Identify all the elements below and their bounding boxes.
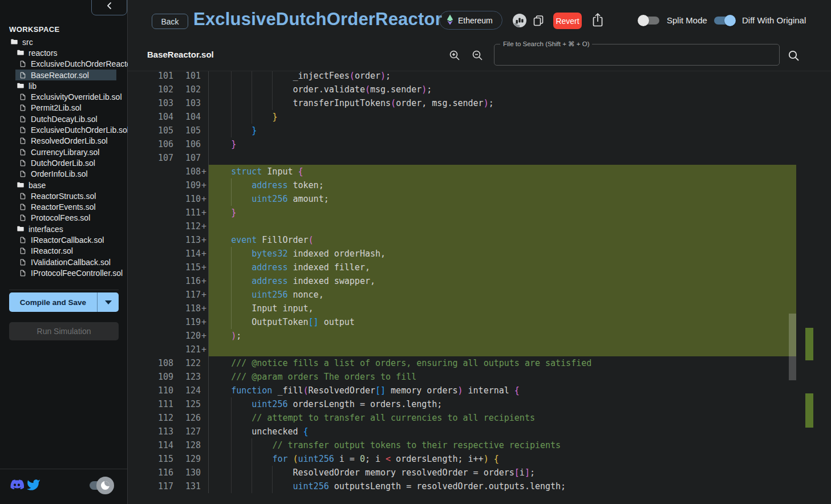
new-line-number: 103 <box>173 96 201 110</box>
discord-icon[interactable] <box>10 478 24 494</box>
old-line-number: 114 <box>128 438 173 452</box>
indent-guide <box>252 438 252 452</box>
diff-added-marker: + <box>201 233 208 247</box>
tree-item-base[interactable]: base <box>0 180 128 190</box>
search-icon[interactable] <box>788 50 800 62</box>
tree-item-interfaces[interactable]: interfaces <box>0 223 128 234</box>
code-line[interactable]: 115129 for (uint256 i = 0; i < ordersLen… <box>128 452 796 466</box>
code-line[interactable]: 105105 } <box>128 124 796 137</box>
tree-item-ivalidationcallback-sol[interactable]: IValidationCallback.sol <box>0 257 128 267</box>
run-simulation-button[interactable]: Run Simulation <box>9 322 119 340</box>
folder-icon <box>17 82 25 90</box>
zoom-in-icon[interactable] <box>449 50 460 61</box>
code-line[interactable]: 101101 _injectFees(order); <box>128 71 796 83</box>
tree-item-reactorstructs-sol[interactable]: ReactorStructs.sol <box>0 190 128 201</box>
tree-item-permit2lib-sol[interactable]: Permit2Lib.sol <box>0 103 128 113</box>
code-line[interactable]: 117+ uint256 nonce, <box>128 288 796 302</box>
split-mode-toggle[interactable] <box>639 15 659 26</box>
code-line[interactable]: 110+ uint256 amount; <box>128 192 796 206</box>
code-text: function _fill(ResolvedOrder[] memory or… <box>208 384 796 397</box>
code-line[interactable]: 109+ address token; <box>128 178 796 192</box>
copy-icon[interactable] <box>533 15 544 26</box>
code-line[interactable]: 109123 /// @param orders The orders to f… <box>128 370 796 384</box>
code-line[interactable]: 113+ event FillOrder( <box>128 233 796 247</box>
diff-added-marker: + <box>201 302 208 315</box>
code-line[interactable]: 107107 <box>128 151 796 165</box>
code-line[interactable]: 114+ bytes32 indexed orderHash, <box>128 247 796 261</box>
code-line[interactable]: 102102 order.validate(msg.sender); <box>128 83 796 96</box>
code-line[interactable]: 111+ } <box>128 206 796 220</box>
tree-item-protocolfees-sol[interactable]: ProtocolFees.sol <box>0 213 128 223</box>
file-tree: srcreactorsExclusiveDutchOrderReactor.so… <box>0 36 128 279</box>
indent-guide <box>272 83 273 96</box>
code-line[interactable]: 117131 uint256 outputsLength = resolvedO… <box>128 479 796 493</box>
old-line-number: 110 <box>128 384 173 397</box>
compile-dropdown-button[interactable] <box>97 292 119 312</box>
compile-and-save-button[interactable]: Compile and Save <box>9 292 119 312</box>
share-icon[interactable] <box>591 12 605 28</box>
zoom-out-icon[interactable] <box>472 50 483 61</box>
tree-item-ireactorcallback-sol[interactable]: IReactorCallback.sol <box>0 234 128 245</box>
indent-guide <box>231 274 232 288</box>
code-line[interactable]: 118+ Input input, <box>128 302 796 315</box>
code-line[interactable]: 108+ struct Input { <box>128 165 796 178</box>
tree-item-label: BaseReactor.sol <box>31 71 89 80</box>
diff-added-marker <box>201 83 208 96</box>
code-line[interactable]: 120+ ); <box>128 329 796 343</box>
file-icon <box>19 93 27 101</box>
tree-item-src[interactable]: src <box>0 36 128 47</box>
code-line[interactable]: 103103 transferInputTokens(order, msg.se… <box>128 96 796 110</box>
revert-button[interactable]: Revert <box>553 13 582 29</box>
code-text: for (uint256 i = 0; i < ordersLength; i+… <box>208 452 796 466</box>
code-text: order.validate(msg.sender); <box>208 83 796 96</box>
tree-item-reactorevents-sol[interactable]: ReactorEvents.sol <box>0 201 128 212</box>
network-pill[interactable]: Ethereum <box>439 11 502 30</box>
tree-item-exclusivedutchorderlib-sol[interactable]: ExclusiveDutchOrderLib.sol <box>0 124 128 135</box>
tree-item-label: CurrencyLibrary.sol <box>31 148 99 157</box>
tree-item-resolvedorderlib-sol[interactable]: ResolvedOrderLib.sol <box>0 136 128 147</box>
code-line[interactable]: 112126 // attempt to transfer all curren… <box>128 411 796 425</box>
code-line[interactable]: 119+ OutputToken[] output <box>128 315 796 329</box>
tree-item-lib[interactable]: lib <box>0 80 128 91</box>
diff-added-marker <box>201 370 208 384</box>
workspace-label: WORKSPACE <box>9 25 60 34</box>
collapse-sidebar-button[interactable] <box>91 0 127 15</box>
code-line[interactable]: 116130 ResolvedOrder memory resolvedOrde… <box>128 466 796 479</box>
code-line[interactable]: 110124 function _fill(ResolvedOrder[] me… <box>128 384 796 397</box>
tree-item-ireactor-sol[interactable]: IReactor.sol <box>0 246 128 257</box>
code-line[interactable]: 116+ address indexed swapper, <box>128 274 796 288</box>
old-line-number <box>128 178 173 192</box>
code-text: unchecked { <box>208 425 796 438</box>
tree-item-exclusivityoverridelib-sol[interactable]: ExclusivityOverrideLib.sol <box>0 91 128 102</box>
tree-item-iprotocolfeecontroller-sol[interactable]: IProtocolFeeController.sol <box>0 267 128 278</box>
twitter-icon[interactable] <box>26 478 40 494</box>
tree-item-exclusivedutchorderreactor-sol[interactable]: ExclusiveDutchOrderReactor.sol <box>0 59 128 70</box>
chevron-left-icon <box>106 2 113 12</box>
code-editor[interactable]: 101101 _injectFees(order);102102 order.v… <box>128 71 831 504</box>
code-line[interactable]: 106106 } <box>128 137 796 151</box>
code-line[interactable]: 112+ <box>128 220 796 233</box>
code-line[interactable]: 114128 // transfer output tokens to thei… <box>128 438 796 452</box>
code-line[interactable]: 108122 /// @notice fills a list of order… <box>128 356 796 370</box>
back-button[interactable]: Back <box>152 14 188 29</box>
indent-guide <box>231 288 232 302</box>
code-line[interactable]: 104104 } <box>128 110 796 124</box>
code-line[interactable]: 115+ address indexed filler, <box>128 261 796 274</box>
tree-item-label: ReactorEvents.sol <box>31 202 96 212</box>
tree-item-orderinfolib-sol[interactable]: OrderInfoLib.sol <box>0 169 128 180</box>
tree-item-currencylibrary-sol[interactable]: CurrencyLibrary.sol <box>0 147 128 157</box>
etherscan-icon[interactable] <box>512 13 527 28</box>
diff-added-marker: + <box>201 192 208 206</box>
old-line-number: 107 <box>128 151 173 165</box>
theme-toggle[interactable] <box>90 479 112 491</box>
tree-item-dutchorderlib-sol[interactable]: DutchOrderLib.sol <box>0 157 128 168</box>
tree-item-reactors[interactable]: reactors <box>0 47 128 58</box>
old-line-number: 102 <box>128 83 173 96</box>
tree-item-basereactor-sol[interactable]: BaseReactor.sol <box>0 70 128 80</box>
scrollbar-thumb[interactable] <box>789 314 796 380</box>
diff-with-original-toggle[interactable] <box>714 15 735 26</box>
code-line[interactable]: 121+ <box>128 343 796 356</box>
tree-item-dutchdecaylib-sol[interactable]: DutchDecayLib.sol <box>0 113 128 124</box>
code-line[interactable]: 113127 unchecked { <box>128 425 796 438</box>
code-line[interactable]: 111125 uint256 ordersLength = orders.len… <box>128 397 796 411</box>
